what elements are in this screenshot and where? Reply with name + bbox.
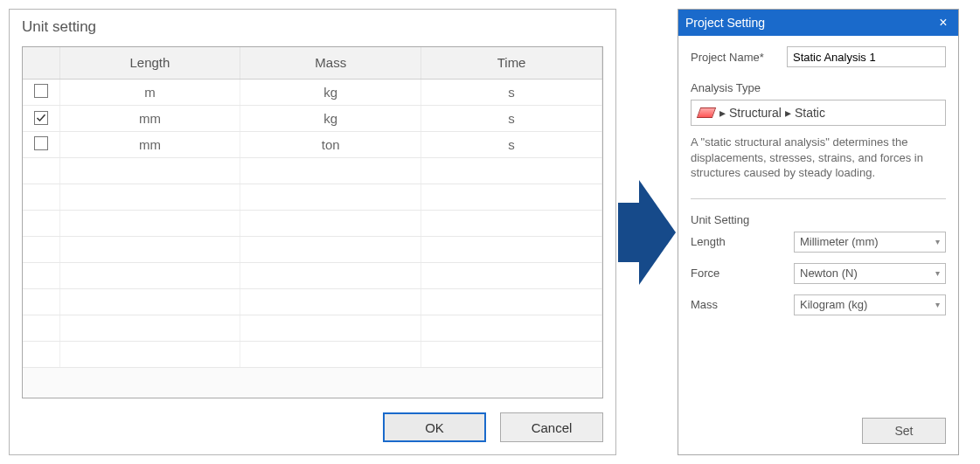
unit-row-checkbox[interactable]: [34, 84, 48, 98]
length-label: Length: [691, 235, 785, 248]
cell-length: m: [59, 79, 240, 105]
cell-time: s: [421, 79, 602, 105]
arrow-icon: [616, 9, 678, 455]
table-row[interactable]: m kg s: [23, 79, 602, 105]
project-name-input[interactable]: [787, 46, 946, 67]
cell-mass: kg: [240, 105, 421, 131]
cell-length: mm: [59, 131, 240, 157]
analysis-type-selector[interactable]: ▸ Structural ▸ Static: [691, 100, 946, 126]
cell-length: mm: [59, 105, 240, 131]
project-titlebar: Project Setting ×: [678, 10, 958, 36]
force-label: Force: [691, 267, 785, 280]
unit-setting-section-label: Unit Setting: [691, 213, 946, 226]
cell-time: s: [421, 131, 602, 157]
unit-setting-title: Unit setting: [22, 18, 603, 36]
unit-header-time: Time: [421, 47, 602, 79]
chevron-down-icon: ▾: [935, 237, 940, 246]
analysis-type-label: Analysis Type: [691, 81, 946, 94]
breadcrumb-level2: Static: [795, 106, 825, 120]
cancel-button[interactable]: Cancel: [500, 412, 603, 442]
close-icon[interactable]: ×: [935, 15, 951, 31]
mass-label: Mass: [691, 298, 785, 311]
chevron-down-icon: ▾: [935, 300, 940, 309]
unit-header-mass: Mass: [240, 47, 421, 79]
breadcrumb-sep: ▸: [785, 106, 791, 120]
unit-setting-dialog: Unit setting Length Mass Time: [9, 9, 616, 455]
analysis-description: A "static structural analysis" determine…: [691, 135, 946, 181]
set-button[interactable]: Set: [862, 418, 946, 444]
cell-mass: kg: [240, 79, 421, 105]
project-setting-panel: Project Setting × Project Name* Analysis…: [678, 9, 959, 455]
project-name-label: Project Name*: [691, 51, 778, 64]
table-row[interactable]: mm kg s: [23, 105, 602, 131]
unit-header-check: [23, 47, 59, 79]
force-select[interactable]: Newton (N) ▾: [794, 263, 946, 284]
mass-value: Kilogram (kg): [800, 298, 867, 311]
unit-header-length: Length: [59, 47, 240, 79]
project-title: Project Setting: [685, 16, 765, 30]
unit-row-checkbox[interactable]: [34, 136, 48, 150]
unit-row-checkbox[interactable]: [34, 111, 48, 125]
cell-mass: ton: [240, 131, 421, 157]
analysis-type-icon: [697, 107, 716, 118]
table-row[interactable]: mm ton s: [23, 131, 602, 157]
unit-table: Length Mass Time m kg s: [23, 47, 602, 368]
length-select[interactable]: Millimeter (mm) ▾: [794, 232, 946, 253]
breadcrumb-sep: ▸: [719, 106, 726, 120]
cell-time: s: [421, 105, 602, 131]
chevron-down-icon: ▾: [935, 268, 940, 278]
unit-table-wrap: Length Mass Time m kg s: [22, 46, 603, 398]
ok-button[interactable]: OK: [383, 412, 486, 442]
divider: [691, 198, 946, 199]
force-value: Newton (N): [800, 267, 858, 280]
length-value: Millimeter (mm): [800, 235, 879, 248]
breadcrumb-level1: Structural: [729, 106, 782, 120]
mass-select[interactable]: Kilogram (kg) ▾: [794, 294, 946, 315]
